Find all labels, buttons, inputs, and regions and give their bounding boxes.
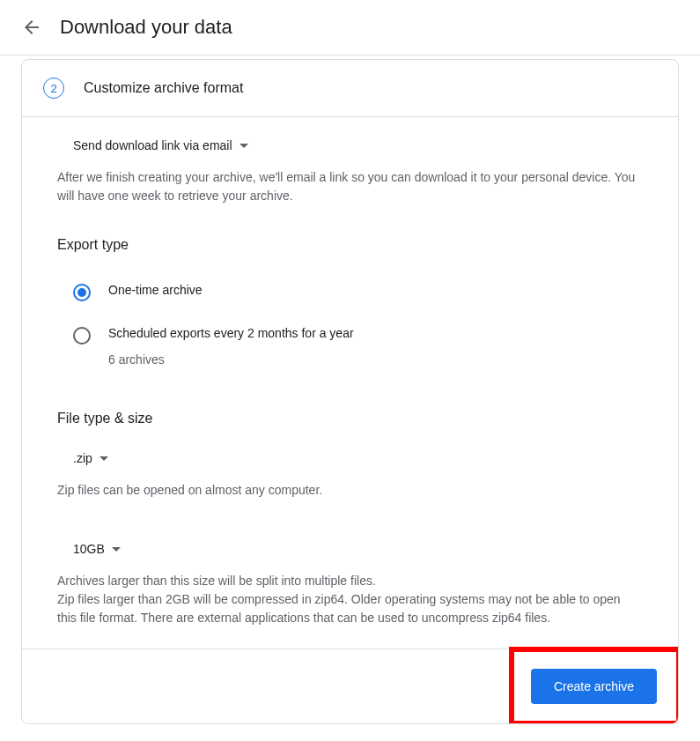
radio-sublabel: 6 archives	[108, 352, 643, 367]
file-type-size-heading: File type & size	[57, 411, 643, 426]
delivery-description: After we finish creating your archive, w…	[57, 168, 643, 205]
delivery-method-dropdown[interactable]: Send download link via email	[57, 131, 643, 159]
create-archive-button[interactable]: Create archive	[531, 669, 657, 704]
file-type-label: .zip	[73, 451, 92, 465]
radio-icon	[73, 327, 91, 345]
radio-label: Scheduled exports every 2 months for a y…	[108, 326, 643, 340]
back-arrow-icon[interactable]	[21, 17, 42, 38]
file-size-dropdown[interactable]: 10GB	[57, 535, 643, 563]
step-title: Customize archive format	[84, 80, 243, 96]
radio-icon	[73, 284, 91, 301]
page-title: Download your data	[60, 16, 232, 39]
file-size-label: 10GB	[73, 542, 105, 556]
delivery-method-label: Send download link via email	[73, 138, 232, 152]
archive-format-card: 2 Customize archive format Send download…	[21, 59, 679, 724]
export-type-heading: Export type	[57, 237, 643, 253]
file-type-dropdown[interactable]: .zip	[57, 444, 643, 472]
export-scheduled-option[interactable]: Scheduled exports every 2 months for a y…	[57, 314, 643, 379]
file-type-description: Zip files can be opened on almost any co…	[57, 481, 643, 500]
file-size-description: Archives larger than this size will be s…	[57, 572, 643, 627]
page-header: Download your data	[0, 0, 700, 56]
chevron-down-icon	[99, 456, 108, 461]
chevron-down-icon	[239, 144, 248, 148]
export-one-time-option[interactable]: One-time archive	[57, 270, 643, 314]
step-number-badge: 2	[43, 78, 64, 99]
radio-label: One-time archive	[108, 283, 643, 297]
chevron-down-icon	[112, 547, 121, 552]
step-header: 2 Customize archive format	[22, 60, 678, 117]
card-footer: Create archive	[22, 648, 678, 723]
